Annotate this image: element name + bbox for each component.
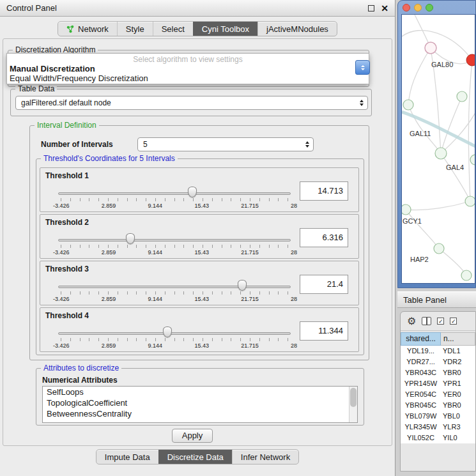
threshold-value-field[interactable]: 11.344 xyxy=(300,321,348,341)
network-node[interactable] xyxy=(434,243,444,254)
column-header-name[interactable]: n... xyxy=(441,332,475,346)
tab-impute-data[interactable]: Impute Data xyxy=(96,450,158,464)
threshold-value-field[interactable]: 14.713 xyxy=(300,181,348,201)
table-row[interactable]: YIL052CYIL0 xyxy=(401,433,475,443)
float-window-icon[interactable] xyxy=(368,5,374,12)
network-node[interactable] xyxy=(465,196,475,206)
tick-label: 28 xyxy=(291,249,297,256)
slider-track[interactable] xyxy=(58,192,291,195)
slider-track[interactable] xyxy=(58,332,291,335)
scrollbar-thumb[interactable] xyxy=(350,388,357,407)
cell: YBR0 xyxy=(441,400,475,411)
network-graph: GAL80 GAL11 GAL4 GCY1 HAP2 xyxy=(402,15,475,284)
threshold-value-field[interactable]: 6.316 xyxy=(300,228,348,247)
threshold-slider[interactable]: -3.4262.8599.14415.4321.71528 xyxy=(58,186,291,210)
control-panel-titlebar: Control Panel ✕ xyxy=(0,0,395,17)
slider-track[interactable] xyxy=(58,239,291,242)
tab-discretize-data[interactable]: Discretize Data xyxy=(158,450,232,464)
checkbox-icon[interactable]: ✓ xyxy=(437,318,444,325)
algorithm-combobox-button[interactable] xyxy=(355,60,370,75)
tick-label: 28 xyxy=(291,342,297,349)
dropdown-option-manual-discretization[interactable]: Manual Discretization xyxy=(7,64,369,73)
table-row[interactable]: YDR27...YDR2 xyxy=(401,357,475,367)
close-traffic-light-icon[interactable] xyxy=(403,4,410,12)
columns-icon[interactable] xyxy=(422,317,431,325)
slider-track[interactable] xyxy=(58,286,291,288)
network-canvas[interactable]: GAL80 GAL11 GAL4 GCY1 HAP2 xyxy=(401,14,475,284)
list-item[interactable]: SelfLoops xyxy=(43,387,357,397)
attributes-list: SelfLoops TopologicalCoefficient Between… xyxy=(42,386,358,423)
slider-ticks xyxy=(61,245,288,248)
window-controls xyxy=(403,4,433,12)
zoom-traffic-light-icon[interactable] xyxy=(426,4,433,12)
network-node[interactable] xyxy=(435,148,447,159)
dropdown-placeholder-option[interactable]: Select algorithm to view settings xyxy=(7,54,369,64)
checkbox-icon[interactable]: ✓ xyxy=(450,318,457,325)
table-panel-titlebar: Table Panel xyxy=(397,291,476,308)
cell: YDR2 xyxy=(441,357,475,367)
tab-cyni-toolbox[interactable]: Cyni Toolbox xyxy=(193,22,257,36)
tab-label: Select xyxy=(162,24,185,34)
minimize-traffic-light-icon[interactable] xyxy=(414,4,422,12)
tab-label: Discretize Data xyxy=(167,452,224,462)
table-row[interactable]: YER054CYER0 xyxy=(401,389,475,400)
table-panel-toolbar: ⚙ ✓ ✓ xyxy=(401,312,475,331)
tab-infer-network[interactable]: Infer Network xyxy=(232,450,298,464)
tick-label: 28 xyxy=(291,203,297,209)
threshold-label: Threshold 3 xyxy=(45,265,89,273)
threshold-slider[interactable]: -3.4262.8599.14415.4321.71528 xyxy=(58,233,291,257)
cell: YBL0 xyxy=(441,411,475,422)
slider-thumb[interactable] xyxy=(238,280,247,291)
table-row[interactable]: YLR345WYLR3 xyxy=(401,422,475,433)
threshold-panel: Threshold 1 -3.4262.8599.14415.4321.7152… xyxy=(40,167,359,212)
network-node[interactable] xyxy=(461,270,472,280)
tick-label: 21.715 xyxy=(241,296,259,302)
tab-label: Infer Network xyxy=(241,452,290,462)
list-scrollbar[interactable] xyxy=(349,387,357,422)
table-row[interactable]: YPR145WYPR1 xyxy=(401,378,475,389)
tab-style[interactable]: Style xyxy=(117,22,153,36)
slider-tick-labels: -3.4262.8599.14415.4321.71528 xyxy=(53,203,297,209)
table-row[interactable]: YBR045CYBR0 xyxy=(401,400,475,411)
threshold-value-field[interactable]: 21.4 xyxy=(300,275,348,294)
network-node[interactable] xyxy=(457,91,467,102)
tick-label: -3.426 xyxy=(53,249,70,256)
apply-button[interactable]: Apply xyxy=(172,429,213,443)
tick-label: 21.715 xyxy=(241,342,259,349)
number-of-intervals-combobox[interactable]: 5 xyxy=(137,137,314,151)
tick-label: 9.144 xyxy=(148,203,163,209)
cell: YLR345W xyxy=(401,422,441,433)
column-header-shared-name[interactable]: shared... xyxy=(401,332,441,346)
slider-tick-labels: -3.4262.8599.14415.4321.71528 xyxy=(53,249,297,256)
close-window-icon[interactable]: ✕ xyxy=(381,3,388,13)
node-label: GCY1 xyxy=(403,217,422,225)
slider-ticks xyxy=(61,338,288,341)
threshold-slider[interactable]: -3.4262.8599.14415.4321.71528 xyxy=(58,326,291,350)
tab-jactivemnodules[interactable]: jActiveMNodules xyxy=(257,22,337,36)
slider-thumb[interactable] xyxy=(126,233,135,244)
gear-icon[interactable]: ⚙ xyxy=(407,316,416,326)
list-item[interactable]: BetweennessCentrality xyxy=(43,408,357,419)
slider-thumb[interactable] xyxy=(163,326,172,337)
network-node[interactable] xyxy=(425,42,436,54)
dropdown-option-equal-width-frequency[interactable]: Equal Width/Frequency Discretization xyxy=(7,73,369,83)
tick-label: 2.859 xyxy=(102,296,116,302)
threshold-slider[interactable]: -3.4262.8599.14415.4321.71528 xyxy=(58,279,291,303)
selected-network-node[interactable] xyxy=(466,54,475,66)
table-row[interactable]: YBR043CYBR0 xyxy=(401,367,475,378)
table-row[interactable]: YDL19...YDL1 xyxy=(401,346,475,357)
table-row[interactable]: YBL079WYBL0 xyxy=(401,411,475,422)
top-tab-bar: Network Style Select Cyni Toolbox jActiv… xyxy=(0,21,395,36)
tab-network[interactable]: Network xyxy=(58,22,117,36)
tab-label: Network xyxy=(78,24,109,34)
slider-thumb[interactable] xyxy=(188,187,197,197)
table-data-combobox[interactable]: galFiltered.sif default node xyxy=(15,96,368,110)
tab-select[interactable]: Select xyxy=(153,22,193,36)
network-node[interactable] xyxy=(402,204,411,215)
cell: YIL052C xyxy=(401,433,441,443)
threshold-panel: Threshold 4 -3.4262.8599.14415.4321.7152… xyxy=(40,307,359,352)
tick-label: 15.43 xyxy=(194,296,209,302)
list-item[interactable]: TopologicalCoefficient xyxy=(43,397,357,408)
network-node[interactable] xyxy=(403,100,413,110)
network-node[interactable] xyxy=(470,155,475,165)
